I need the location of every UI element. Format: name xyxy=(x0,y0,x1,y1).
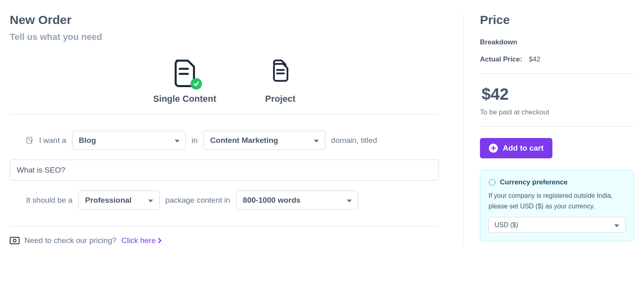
breakdown-label: Breakdown xyxy=(480,38,634,46)
package-in-label: package content in xyxy=(165,196,230,205)
svg-rect-7 xyxy=(10,237,19,244)
pricing-text: Need to check our pricing? xyxy=(24,236,116,245)
divider xyxy=(480,126,634,127)
checkout-note: To be paid at checkout xyxy=(480,108,634,116)
globe-icon xyxy=(488,179,496,186)
documents-icon xyxy=(268,59,293,87)
domain-titled-label: domain, titled xyxy=(331,136,377,145)
document-icon xyxy=(173,59,197,87)
tab-project-label: Project xyxy=(265,94,296,104)
plus-icon xyxy=(489,144,498,153)
title-input[interactable] xyxy=(10,160,439,181)
divider xyxy=(10,226,439,226)
total-price: $42 xyxy=(480,85,634,103)
tab-single-content[interactable]: Single Content xyxy=(153,59,216,104)
currency-title: Currency preference xyxy=(500,178,567,186)
currency-preference-card: Currency preference If your company is r… xyxy=(480,170,634,241)
currency-select[interactable]: USD ($) xyxy=(488,217,626,233)
price-heading: Price xyxy=(480,13,634,27)
divider xyxy=(480,73,634,74)
svg-point-8 xyxy=(13,239,16,242)
iwant-label: I want a xyxy=(39,136,66,145)
package-select[interactable]: Professional xyxy=(78,191,160,210)
actual-price-label: Actual Price: xyxy=(480,55,522,64)
page-subtitle: Tell us what you need xyxy=(10,32,439,42)
note-icon xyxy=(26,137,33,144)
tab-single-label: Single Content xyxy=(153,94,216,104)
check-icon xyxy=(191,78,202,90)
pricing-link[interactable]: Click here xyxy=(121,236,162,245)
money-icon xyxy=(10,237,20,244)
page-title: New Order xyxy=(10,13,439,27)
chevron-right-icon xyxy=(157,238,162,243)
domain-select[interactable]: Content Marketing xyxy=(203,131,325,150)
content-type-select[interactable]: Blog xyxy=(72,131,186,150)
currency-description: If your company is registered outside In… xyxy=(488,191,626,211)
add-to-cart-button[interactable]: Add to cart xyxy=(480,138,552,158)
in-label: in xyxy=(192,136,198,145)
divider xyxy=(10,114,439,114)
svg-point-11 xyxy=(489,180,495,186)
actual-price-value: $42 xyxy=(529,55,540,64)
tab-project[interactable]: Project xyxy=(265,59,296,104)
should-be-label: It should be a xyxy=(26,196,72,205)
words-select[interactable]: 800-1000 words xyxy=(236,191,358,210)
